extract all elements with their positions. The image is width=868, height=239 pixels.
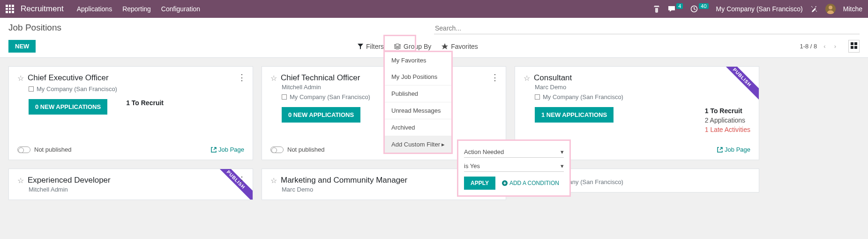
new-applications-button[interactable]: 1 NEW APPLICATIONS	[535, 107, 614, 123]
custom-filter-panel: Action Needed ▾ is Yes ▾ APPLY ADD A CON…	[457, 139, 571, 197]
chevron-down-icon: ▾	[561, 148, 564, 155]
phone-icon[interactable]	[653, 5, 660, 13]
star-toggle[interactable]: ☆	[524, 74, 530, 83]
chat-badge: 4	[676, 3, 683, 9]
card-subtitle: Mitchell Admin	[29, 186, 244, 193]
cf-field-label: Action Needed	[464, 148, 504, 155]
card-menu-icon[interactable]: ⋮	[238, 72, 246, 83]
company-switcher[interactable]: My Company (San Francisco)	[716, 5, 803, 13]
activities-badge: 40	[699, 3, 708, 9]
groupby-toggle[interactable]: Group By	[394, 43, 431, 50]
card-title: Chief Executive Officer	[28, 73, 109, 83]
debug-icon[interactable]	[810, 5, 818, 13]
svg-rect-3	[854, 42, 857, 45]
custom-filter-condition[interactable]: is Yes ▾	[464, 161, 564, 172]
kanban-view-button[interactable]	[848, 40, 860, 53]
card-title: Chief Technical Officer	[281, 73, 360, 83]
job-page-link[interactable]: Job Page	[211, 146, 244, 153]
layers-icon	[394, 44, 401, 49]
cf-condition-label: is Yes	[464, 162, 480, 170]
filter-dropdown: My Favorites My Job Positions Published …	[383, 51, 453, 154]
plus-circle-icon	[502, 180, 508, 186]
funnel-icon	[358, 44, 363, 49]
card-company: My Company (San Francisco)	[290, 93, 370, 100]
pager-next[interactable]: ›	[832, 43, 838, 50]
card-company: My Company (San Francisco)	[543, 93, 623, 100]
building-icon	[29, 86, 34, 92]
star-icon	[441, 43, 448, 50]
publish-toggle[interactable]	[17, 146, 30, 153]
add-condition-button[interactable]: ADD A CONDITION	[502, 180, 559, 186]
svg-rect-2	[851, 42, 853, 45]
star-toggle[interactable]: ☆	[17, 74, 24, 83]
star-toggle[interactable]: ☆	[270, 176, 277, 185]
publish-toggle[interactable]	[270, 146, 284, 153]
card-menu-icon[interactable]: ⋮	[491, 72, 499, 83]
app-brand[interactable]: Recruitment	[21, 4, 64, 14]
star-toggle[interactable]: ☆	[17, 176, 24, 185]
pager-prev[interactable]: ‹	[822, 43, 827, 50]
add-custom-label: Add Custom Filter	[391, 141, 440, 148]
add-condition-label: ADD A CONDITION	[509, 180, 559, 186]
filter-archived[interactable]: Archived	[385, 119, 451, 136]
new-button[interactable]: NEW	[8, 40, 36, 53]
card-title: Experienced Developer	[28, 176, 111, 185]
filter-unread-messages[interactable]: Unread Messages	[385, 102, 451, 119]
applications-stat: 2 Applications	[705, 116, 750, 124]
apply-button[interactable]: APPLY	[464, 177, 495, 190]
page-title: Job Positions	[8, 23, 61, 34]
building-icon	[535, 94, 540, 100]
activities-icon[interactable]: 40	[690, 5, 708, 13]
chevron-right-icon: ▸	[441, 141, 445, 148]
topbar: Recruitment Applications Reporting Confi…	[0, 0, 868, 18]
job-page-link[interactable]: Job Page	[717, 146, 750, 153]
svg-rect-5	[854, 46, 857, 49]
favorites-toggle[interactable]: Favorites	[441, 43, 478, 50]
custom-filter-field[interactable]: Action Needed ▾	[464, 146, 564, 158]
filter-my-job-positions[interactable]: My Job Positions	[385, 69, 451, 85]
filters-toggle[interactable]: Filters	[358, 43, 384, 50]
card-title: Marketing and Community Manager	[281, 176, 407, 185]
filters-label: Filters	[366, 43, 384, 50]
nav-configuration[interactable]: Configuration	[161, 5, 200, 13]
card-title: Consultant	[534, 73, 572, 83]
to-recruit-stat: 1 To Recruit	[126, 99, 164, 107]
publish-status: Not published	[34, 146, 72, 153]
star-toggle[interactable]: ☆	[270, 74, 277, 83]
svg-point-1	[829, 6, 832, 9]
search-input[interactable]	[434, 23, 860, 34]
groupby-label: Group By	[404, 43, 431, 50]
late-activities-stat[interactable]: 1 Late Activities	[705, 126, 750, 133]
card-menu-icon[interactable]: ⋮	[238, 175, 246, 185]
job-page-label: Job Page	[218, 146, 244, 153]
card-subtitle: Marc Demo	[535, 84, 750, 91]
filter-published[interactable]: Published	[385, 85, 451, 102]
card-company: My Company (San Francisco)	[37, 85, 117, 93]
external-link-icon	[717, 147, 723, 153]
pager-text: 1-8 / 8	[800, 43, 817, 50]
new-applications-button[interactable]: 0 NEW APPLICATIONS	[29, 99, 107, 115]
user-avatar[interactable]	[825, 4, 836, 14]
user-name[interactable]: Mitche	[843, 5, 862, 13]
nav-reporting[interactable]: Reporting	[122, 5, 151, 13]
publish-status: Not published	[287, 146, 325, 153]
filter-add-custom[interactable]: Add Custom Filter ▸	[385, 136, 451, 153]
job-page-label: Job Page	[725, 146, 750, 153]
chevron-down-icon: ▾	[561, 162, 564, 170]
apps-icon[interactable]	[6, 5, 14, 13]
job-card-ceo: ⋮ ☆ Chief Executive Officer My Company (…	[8, 66, 253, 160]
new-applications-button[interactable]: 0 NEW APPLICATIONS	[282, 107, 360, 123]
svg-rect-4	[851, 46, 853, 49]
external-link-icon	[211, 147, 217, 153]
filter-my-favorites[interactable]: My Favorites	[385, 52, 451, 69]
building-icon	[282, 94, 287, 100]
favorites-label: Favorites	[451, 43, 478, 50]
chat-icon[interactable]: 4	[668, 5, 683, 13]
job-card-exp-dev: PUBLISH ⋮ ☆ Experienced Developer Mitche…	[8, 169, 253, 200]
nav-applications[interactable]: Applications	[77, 5, 112, 13]
to-recruit-stat: 1 To Recruit	[705, 107, 750, 115]
